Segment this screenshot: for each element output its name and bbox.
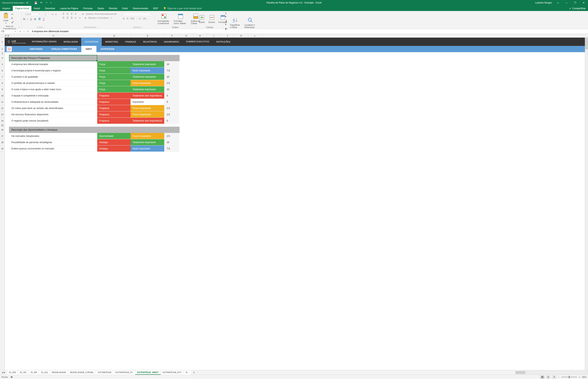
maximize-icon[interactable]: ❐ — [572, 1, 578, 4]
nav-instructions[interactable]: INSTRUÇÕES — [213, 38, 234, 46]
nav-reports[interactable]: RELATÓRIOS — [139, 38, 160, 46]
decrease-decimal-icon[interactable]: .00→ — [142, 17, 148, 20]
tab-draw[interactable]: Desenhar — [43, 6, 57, 11]
nav-dash[interactable]: DASHBOARDS — [160, 38, 183, 46]
currency-icon[interactable]: $ — [123, 17, 124, 20]
fill-icon[interactable]: ⬇ ▾ — [225, 20, 228, 26]
col-header-I[interactable]: I — [207, 34, 221, 37]
tab-msp[interactable]: MSP — [151, 6, 160, 11]
row-header-9[interactable]: 9 — [0, 86, 4, 93]
orientation-icon[interactable]: ⟳ — [75, 13, 77, 15]
sheet-tab[interactable]: MODELAGEM_CURVAL — [68, 370, 96, 375]
nav-strategy[interactable]: ESTRATÉGIA — [81, 38, 102, 46]
swot-category-cell[interactable]: Força — [97, 74, 131, 80]
swot-importance-cell[interactable]: Totalmente importante — [131, 139, 164, 145]
swot-importance-cell[interactable]: Pouco importante — [131, 111, 164, 117]
swot-score-cell[interactable]: 0 — [164, 118, 179, 124]
tab-layout[interactable]: Layout da Página — [57, 6, 80, 11]
sheet-tab[interactable]: ESTRATÉGIA — [96, 370, 113, 375]
zoom-slider[interactable] — [561, 377, 577, 378]
minimize-icon[interactable]: — — [564, 1, 569, 4]
swot-desc-cell[interactable]: A equipe é competente e entrosada — [9, 93, 97, 99]
row-header-6[interactable]: 6 — [0, 67, 4, 74]
subnav-forcas[interactable]: FORÇAS COMPETITIVAS — [47, 46, 81, 52]
swot-desc-cell[interactable]: A tecnologia própria é essencial para o … — [9, 67, 97, 74]
percent-icon[interactable]: % — [126, 17, 129, 20]
sheet-tab[interactable]: MODELAGEM — [50, 370, 68, 375]
swot-importance-cell[interactable]: Muito Importante — [131, 67, 164, 74]
swot-desc-cell[interactable]: Exitem poucos concorrentes no mercado — [9, 145, 97, 152]
wrap-text-button[interactable]: Quebrar Texto Automaticamente — [86, 13, 117, 15]
swot-importance-cell[interactable]: Totalmente sem importância — [131, 118, 164, 124]
conditional-format-button[interactable]: Formatação Condicional — [156, 12, 171, 25]
tab-view[interactable]: Exibir — [120, 6, 130, 11]
sheet-tab[interactable]: ESTRATÉGIA_EST — [161, 370, 184, 375]
row-header-17[interactable]: 17 — [0, 133, 4, 139]
col-header-A[interactable]: A — [5, 34, 7, 37]
font-name-select[interactable]: Calibri — [23, 13, 41, 16]
swot-score-cell[interactable]: 2,5 — [164, 111, 179, 117]
swot-score-cell[interactable]: 7,5 — [164, 67, 179, 74]
border-icon[interactable]: ▦ — [34, 18, 36, 20]
swot-desc-cell[interactable]: O portfólio de produtos/serviços é varia… — [9, 80, 97, 86]
subnav-diretrizes[interactable]: DIRETRIZES — [26, 46, 47, 52]
close-icon[interactable]: ✕ — [581, 1, 587, 4]
zoom-in-icon[interactable]: + — [579, 376, 580, 378]
col-header-E[interactable]: E — [131, 34, 165, 37]
row-header-14[interactable]: 14 — [0, 118, 4, 124]
col-header-H[interactable]: H — [193, 34, 207, 37]
font-dialog-icon[interactable]: ⤢ — [44, 26, 45, 28]
save-icon[interactable]: 💾 — [34, 1, 37, 4]
italic-icon[interactable]: I — [27, 17, 28, 21]
swot-score-cell[interactable]: 10 — [164, 139, 179, 145]
col-header-J[interactable]: J — [221, 34, 234, 37]
merge-center-button[interactable]: Mesclar e Centralizar — [88, 17, 109, 19]
align-left-icon[interactable]: ☰ — [62, 16, 64, 19]
page-layout-view-icon[interactable]: ▥ — [546, 376, 550, 379]
sort-filter-button[interactable]: AZClassificar e Filtrar — [229, 16, 242, 29]
tab-formulas[interactable]: Fórmulas — [80, 6, 95, 11]
page-break-view-icon[interactable]: ⊞ — [552, 376, 556, 379]
row-header-4[interactable]: 4 — [0, 55, 4, 61]
align-dialog-icon[interactable]: ⤢ — [97, 26, 98, 28]
swot-score-cell[interactable]: 10 — [164, 61, 179, 67]
swot-category-cell[interactable]: Fraqueza — [97, 93, 131, 99]
horizontal-scrollbar[interactable] — [515, 371, 588, 374]
swot-score-cell[interactable]: 5 — [164, 99, 179, 105]
col-header-G[interactable]: G — [180, 34, 193, 37]
swot-importance-cell[interactable]: Totalmente importante — [131, 61, 164, 67]
zoom-out-icon[interactable]: − — [558, 376, 559, 378]
swot-desc-cell[interactable]: O negócio pode crescer (escalável) — [9, 118, 97, 124]
worksheet[interactable]: LUZPlanilhas Empresariais INFORMAÇÕES GE… — [5, 38, 588, 370]
sheet-tab[interactable]: N… — [184, 370, 191, 375]
swot-desc-cell[interactable]: Possibilidade de parcerias estratégicas — [9, 139, 97, 145]
row-header-1[interactable]: 1 — [0, 38, 4, 46]
swot-importance-cell[interactable]: Totalmente sem importância — [131, 93, 164, 99]
row-header-7[interactable]: 7 — [0, 74, 4, 80]
autosave-toggle[interactable]: Salvamento Automático — [2, 1, 31, 4]
tab-developer[interactable]: Desenvolvedor — [130, 6, 151, 11]
swot-score-cell[interactable]: 2,5 — [164, 105, 179, 111]
swot-importance-cell[interactable]: Totalmente importante — [131, 86, 164, 92]
subnav-estrategia[interactable]: ESTRATÉGIA — [96, 46, 119, 52]
fx-icon[interactable]: fx — [27, 30, 29, 33]
subnav-swot[interactable]: SWOT — [81, 46, 96, 52]
swot-category-cell[interactable]: Força — [97, 86, 131, 92]
swot-desc-cell[interactable]: Os meios para fazer as vendas são divers… — [9, 105, 97, 111]
swot-category-cell[interactable]: Ameaça — [97, 145, 131, 152]
font-color-icon[interactable]: A — [43, 17, 45, 21]
play-button[interactable] — [7, 47, 12, 52]
row-header-5[interactable]: 5 — [0, 61, 4, 67]
paste-button[interactable]: Colar ▾ — [1, 12, 10, 25]
vertical-scrollbar[interactable] — [585, 38, 588, 370]
tab-review[interactable]: Revisão — [107, 6, 120, 11]
row-header-8[interactable]: 8 — [0, 80, 4, 86]
row-header-13[interactable]: 13 — [0, 111, 4, 118]
cut-icon[interactable]: ✂ — [11, 13, 14, 16]
font-size-select[interactable]: 11 — [43, 13, 50, 16]
row-header-2[interactable]: 2 — [0, 46, 4, 52]
decrease-font-icon[interactable]: A — [55, 13, 57, 16]
increase-decimal-icon[interactable]: ←.0 — [136, 17, 140, 20]
nav-summary[interactable]: SUMÁRIO EXECUTIVO — [183, 38, 213, 46]
tab-nav-prev-icon[interactable]: ◀ — [1, 371, 3, 374]
